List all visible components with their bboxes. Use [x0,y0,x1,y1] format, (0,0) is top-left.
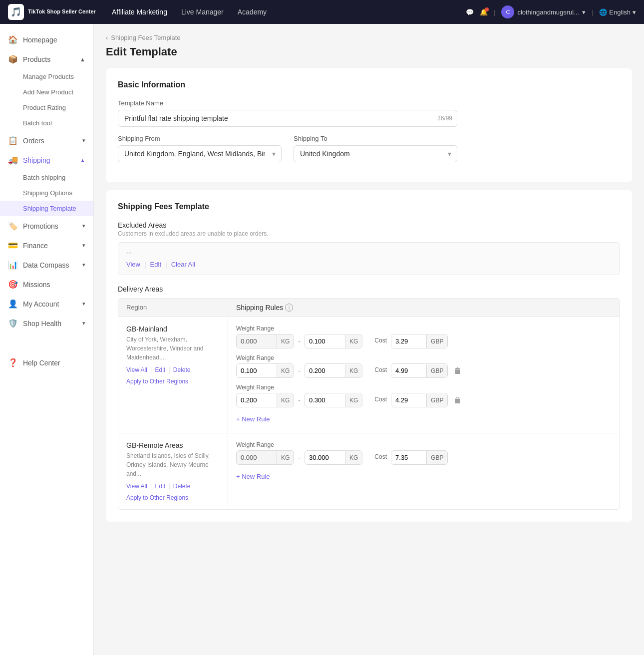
weight-range-label-1: Weight Range [236,325,612,332]
weight-to-input-3[interactable] [305,393,345,407]
mainland-view-all[interactable]: View All [126,366,147,373]
weight-to-input-2[interactable] [305,364,345,377]
sidebar-item-help-center[interactable]: ❓ Help Center [0,353,93,372]
excluded-areas-box: -- View | Edit | Clear All [118,242,620,275]
nav-affiliate-marketing[interactable]: Affiliate Marketing [112,8,167,16]
nav-academy[interactable]: Academy [238,8,267,16]
shipping-rules-header: Shipping Rules i [236,304,612,312]
weight-range-label-3: Weight Range [236,384,612,391]
cost-input-1[interactable] [391,334,426,348]
weight-to-unit-3: KG [345,394,362,407]
account-badge[interactable]: C clothingandmugsrul... ▾ [501,5,586,18]
sidebar-my-account-label: My Account [23,300,59,308]
remote-view-all[interactable]: View All [126,483,147,490]
mainland-sep1: | [150,366,152,374]
shipping-from-to-row: Shipping From United Kingdom, England, W… [118,135,457,162]
sidebar-products-label: Products [23,55,50,63]
excluded-view-link[interactable]: View [126,261,140,269]
mainland-apply-other[interactable]: Apply to Other Regions [126,378,188,385]
sidebar-subitem-batch-shipping[interactable]: Batch shipping [0,170,93,185]
sidebar-item-missions[interactable]: 🎯 Missions [0,275,93,294]
promotions-arrow: ▾ [82,223,85,229]
sidebar-subitem-shipping-template[interactable]: Shipping Template [0,201,93,216]
weight-from-unit-2: KG [277,364,294,377]
weight-to-input-remote-1[interactable] [305,451,345,464]
weight-to-3: KG [305,393,362,407]
my-account-icon: 👤 [8,299,18,309]
remote-delete[interactable]: Delete [173,483,191,490]
delete-rule-2-button[interactable]: 🗑 [452,364,464,377]
dash-2: - [298,367,301,375]
logo: 🎵 TikTok Shop Seller Center [8,4,96,20]
sidebar-item-promotions[interactable]: 🏷️ Promotions ▾ [0,216,93,236]
cost-input-2[interactable] [391,364,426,377]
tiktok-icon: 🎵 [8,4,24,20]
sidebar-homepage-label: Homepage [23,36,57,44]
weight-to-unit-remote-1: KG [345,451,362,464]
sidebar-item-orders[interactable]: 📋 Orders ▾ [0,131,93,150]
promotions-icon: 🏷️ [8,221,18,231]
shipping-fees-title: Shipping Fees Template [118,202,620,211]
mainland-edit[interactable]: Edit [155,366,165,373]
cost-input-3[interactable] [391,393,426,407]
sidebar-subitem-add-product[interactable]: Add New Product [0,84,93,100]
sidebar-item-finance[interactable]: 💳 Finance ▾ [0,236,93,255]
region-header: Region [126,304,236,312]
cost-input-remote-1[interactable] [391,451,426,464]
add-new-rule-remote-button[interactable]: + New Rule [236,471,270,482]
delivery-areas-title: Delivery Areas [118,285,620,293]
weight-range-row-2: KG - KG Cost [236,363,612,378]
weight-to-unit-2: KG [345,364,362,377]
products-icon: 📦 [8,54,18,64]
currency-3: GBP [426,394,447,407]
shipping-to-select[interactable]: United Kingdom [294,145,457,162]
weight-from-unit-1: KG [277,335,294,348]
excluded-dash: -- [126,249,612,257]
shipping-rules-info-icon[interactable]: i [285,304,293,312]
sidebar-item-my-account[interactable]: 👤 My Account ▾ [0,294,93,314]
weight-to-remote-1: KG [305,450,362,465]
excluded-edit-link[interactable]: Edit [150,261,161,269]
add-new-rule-mainland-button[interactable]: + New Rule [236,413,270,425]
weight-from-input-2[interactable] [237,364,277,377]
template-name-input[interactable] [118,110,457,127]
nav-live-manager[interactable]: Live Manager [181,8,224,16]
sidebar-subitem-batch-tool[interactable]: Batch tool [0,115,93,131]
weight-to-input-1[interactable] [305,334,345,348]
remote-apply-other[interactable]: Apply to Other Regions [126,494,188,501]
sidebar-item-products[interactable]: 📦 Products ▲ [0,49,93,69]
sidebar-subitem-product-rating[interactable]: Product Rating [0,100,93,115]
sidebar-item-homepage[interactable]: 🏠 Homepage [0,30,93,49]
home-icon: 🏠 [8,35,18,44]
shipping-from-select[interactable]: United Kingdom, England, West Midlands, … [118,145,282,162]
top-navigation: 🎵 TikTok Shop Seller Center Affiliate Ma… [0,0,644,24]
delete-rule-3-button[interactable]: 🗑 [452,394,464,407]
delivery-table: Region Shipping Rules i GB-Mainland City… [118,298,620,510]
delivery-row-gb-remote: GB-Remote Areas Shetland Islands, Isles … [118,433,620,509]
chat-icon[interactable]: 💬 [466,8,474,16]
logo-text: TikTok Shop Seller Center [28,8,96,15]
weight-from-input-3[interactable] [237,393,277,407]
template-name-label: Template Name [118,99,457,107]
sidebar-subitem-manage-products[interactable]: Manage Products [0,69,93,84]
region-cell-mainland: GB-Mainland City of York, Wrexham, Worce… [118,317,228,433]
excluded-areas-section: Excluded Areas Customers in excluded are… [118,221,620,275]
sidebar-subitem-shipping-options[interactable]: Shipping Options [0,185,93,201]
notification-bell[interactable]: 🔔 [480,8,488,16]
sidebar-item-data-compass[interactable]: 📊 Data Compass ▾ [0,255,93,275]
sidebar-item-shipping[interactable]: 🚚 Shipping ▲ [0,150,93,170]
excluded-sep1: | [144,261,146,269]
finance-icon: 💳 [8,241,18,250]
sidebar-item-shop-health[interactable]: 🛡️ Shop Health ▾ [0,314,93,333]
breadcrumb-parent[interactable]: Shipping Fees Template [111,34,180,41]
mainland-delete[interactable]: Delete [173,366,191,373]
sidebar-finance-label: Finance [23,242,48,250]
orders-arrow: ▾ [82,137,85,144]
remote-sep2: | [168,482,170,490]
cost-group-remote-1: GBP [391,450,448,465]
delivery-areas-section: Delivery Areas Region Shipping Rules i G… [118,285,620,510]
remote-edit[interactable]: Edit [155,483,165,490]
excluded-clear-link[interactable]: Clear All [171,261,195,269]
language-selector[interactable]: 🌐 English ▾ [599,8,636,16]
page-title: Edit Template [106,45,632,58]
